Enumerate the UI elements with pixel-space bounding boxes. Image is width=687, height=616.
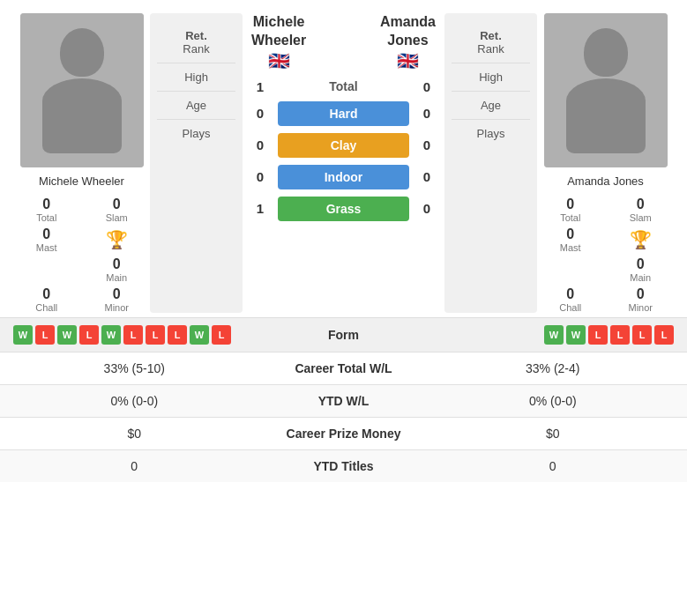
left-player-name: Michele Wheeler [39, 174, 124, 188]
center-surfaces: MicheleWheeler 🇬🇧 AmandaJones 🇬🇧 1 Total… [247, 13, 440, 313]
form-badge-left: L [79, 325, 99, 345]
stats-label-0: Career Total W/L [256, 361, 432, 375]
right-player-avatar [544, 13, 668, 167]
left-silhouette [20, 13, 144, 167]
grass-badge: Grass [278, 197, 409, 221]
right-stat-mast: 0 Mast [537, 226, 604, 253]
clay-badge: Clay [278, 133, 409, 158]
left-stat-main: 0 Main [84, 256, 151, 283]
left-flag: 🇬🇧 [251, 50, 306, 71]
grass-left-score: 1 [247, 201, 273, 216]
right-player-header: AmandaJones 🇬🇧 [380, 13, 436, 71]
form-label: Form [309, 328, 379, 342]
right-stat-slam: 0 Slam [608, 197, 675, 223]
right-player-header-name: AmandaJones [380, 13, 436, 50]
clay-left-score: 0 [247, 137, 273, 152]
left-high: High [157, 63, 235, 92]
indoor-left-score: 0 [247, 169, 273, 184]
stats-left-3: 0 [13, 459, 256, 473]
left-stat-slam: 0 Slam [84, 197, 151, 223]
form-section: WLWLWLLLWL Form WWLLLL [0, 317, 687, 352]
stats-right-2: $0 [432, 427, 675, 441]
hard-badge: Hard [278, 101, 409, 126]
right-stat-chall: 0 Chall [537, 286, 604, 313]
right-silhouette-head [584, 28, 628, 77]
left-player-header: MicheleWheeler 🇬🇧 [251, 13, 306, 71]
right-player-name: Amanda Jones [567, 174, 644, 188]
stats-left-2: $0 [13, 427, 256, 441]
main-container: Michele Wheeler 0 Total 0 Slam 0 Mast 🏆 … [0, 0, 687, 482]
left-stat-panel: Ret.Rank High Age Plays [150, 13, 243, 313]
right-trophy-icon: 🏆 [608, 226, 675, 253]
right-form-badges: WWLLLL [384, 325, 675, 345]
left-trophy-icon: 🏆 [84, 226, 151, 253]
total-left-score: 1 [247, 79, 273, 94]
top-section: Michele Wheeler 0 Total 0 Slam 0 Mast 🏆 … [0, 0, 687, 317]
surface-row-total: 1 Total 0 [247, 79, 440, 94]
left-age: Age [157, 92, 235, 120]
left-silhouette-head [60, 28, 104, 77]
right-silhouette [544, 13, 668, 167]
stats-label-2: Career Prize Money [256, 427, 432, 441]
form-badge-left: W [190, 325, 209, 345]
left-ret-rank: Ret.Rank [157, 22, 235, 63]
left-form-badges: WLWLWLLLWL [13, 325, 304, 345]
indoor-right-score: 0 [414, 169, 440, 184]
left-stat-chall: 0 Chall [13, 286, 80, 313]
career-stats: 33% (5-10) Career Total W/L 33% (2-4) 0%… [0, 352, 687, 482]
stats-label-1: YTD W/L [256, 394, 432, 408]
form-badge-left: L [212, 325, 231, 345]
stats-left-0: 33% (5-10) [13, 361, 256, 375]
left-plays: Plays [157, 120, 235, 147]
stats-label-3: YTD Titles [256, 459, 432, 473]
left-silhouette-body [42, 78, 122, 153]
form-badge-left: W [13, 325, 33, 345]
stats-right-1: 0% (0-0) [432, 394, 675, 408]
stats-row: 33% (5-10) Career Total W/L 33% (2-4) [0, 352, 687, 384]
left-stat-total: 0 Total [13, 197, 80, 223]
stats-row: $0 Career Prize Money $0 [0, 417, 687, 449]
right-stat-main: 0 Main [608, 256, 675, 283]
right-stat-minor: 0 Minor [608, 286, 675, 313]
form-badge-right: L [632, 325, 652, 345]
stats-right-3: 0 [432, 459, 675, 473]
stats-right-0: 33% (2-4) [432, 361, 675, 375]
clay-right-score: 0 [414, 137, 440, 152]
form-badge-right: L [588, 325, 608, 345]
surface-row-hard: 0 Hard 0 [247, 101, 440, 126]
form-badge-right: W [544, 325, 564, 345]
stats-row: 0% (0-0) YTD W/L 0% (0-0) [0, 384, 687, 417]
left-player-avatar [20, 13, 144, 167]
stats-row: 0 YTD Titles 0 [0, 449, 687, 482]
surface-row-indoor: 0 Indoor 0 [247, 165, 440, 189]
form-badge-right: L [654, 325, 674, 345]
form-badge-left: W [57, 325, 77, 345]
left-stat-mast: 0 Mast [13, 226, 80, 253]
center-area: Ret.Rank High Age Plays MicheleWheeler [150, 13, 537, 313]
names-flags-row: MicheleWheeler 🇬🇧 AmandaJones 🇬🇧 [247, 13, 440, 71]
right-age: Age [452, 92, 530, 120]
form-badge-right: W [566, 325, 586, 345]
right-player-stats: 0 Total 0 Slam 0 Mast 🏆 0 Main [537, 197, 674, 313]
hard-right-score: 0 [414, 106, 440, 121]
left-player-stats: 0 Total 0 Slam 0 Mast 🏆 0 Main [13, 197, 150, 313]
indoor-badge: Indoor [278, 165, 409, 189]
right-silhouette-body [566, 78, 646, 153]
left-stat-minor: 0 Minor [84, 286, 151, 313]
surface-row-grass: 1 Grass 0 [247, 197, 440, 221]
right-flag: 🇬🇧 [380, 50, 436, 71]
right-stat-total: 0 Total [537, 197, 604, 223]
hard-left-score: 0 [247, 106, 273, 121]
total-label: Total [273, 79, 414, 93]
left-player-header-name: MicheleWheeler [251, 13, 306, 50]
left-player-area: Michele Wheeler 0 Total 0 Slam 0 Mast 🏆 … [13, 13, 150, 313]
form-badge-left: L [123, 325, 143, 345]
stats-left-1: 0% (0-0) [13, 394, 256, 408]
total-right-score: 0 [414, 79, 440, 94]
form-badge-right: L [610, 325, 630, 345]
form-badge-left: L [146, 325, 165, 345]
right-stat-panel: Ret.Rank High Age Plays [444, 13, 537, 313]
form-badge-left: L [168, 325, 187, 345]
right-ret-rank: Ret.Rank [452, 22, 530, 63]
right-player-area: Amanda Jones 0 Total 0 Slam 0 Mast 🏆 0 [537, 13, 674, 313]
